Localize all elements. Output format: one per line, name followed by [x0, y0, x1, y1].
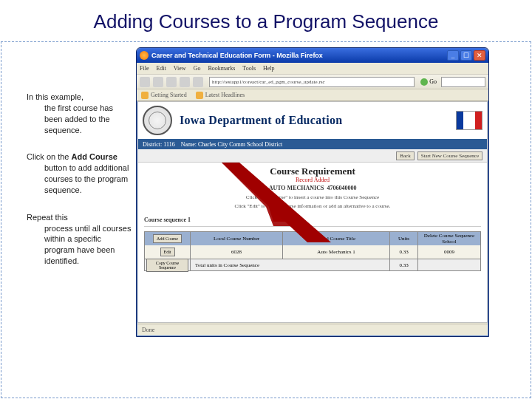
grid-cell-number: 6028: [191, 245, 283, 259]
back-icon[interactable]: [140, 77, 150, 87]
para2-bold: Add Course: [72, 152, 117, 161]
para2-lead: Click on the: [27, 152, 72, 161]
para2-rest: button to add additional courses to the …: [27, 163, 133, 196]
para1-rest: the first course has been added to the s…: [27, 103, 133, 136]
bookmark-latest-headlines[interactable]: Latest Headlines: [196, 92, 245, 99]
window-title: Career and Technical Education Form - Mo…: [151, 52, 447, 59]
menu-go[interactable]: Go: [194, 65, 201, 72]
section-title: Course Requirement: [144, 166, 481, 177]
home-icon[interactable]: [193, 77, 203, 87]
page-body: Course Requirement Record Added AUTO MEC…: [138, 163, 487, 274]
back-button[interactable]: Back: [396, 151, 414, 160]
sequence-label: Course sequence 1: [144, 216, 481, 223]
grid-data-row: Edit 6028 Auto Mechanics 1 0.33 0009: [145, 245, 480, 259]
firefox-window: Career and Technical Education Form - Mo…: [136, 47, 489, 337]
grid-footer-copy: Copy Course Sequence: [145, 259, 191, 270]
page-header: Iowa Department of Education: [138, 102, 487, 139]
instructions-column: In this example, the first course has be…: [27, 92, 133, 283]
url-bar[interactable]: http://testapp1/coreact/car_ed_pgm_cours…: [209, 77, 415, 87]
minimize-button[interactable]: _: [447, 50, 459, 61]
program-code: 4706040000: [327, 185, 356, 191]
grid-footer-total-label: Total units in Course Sequence: [191, 259, 390, 270]
window-titlebar: Career and Technical Education Form - Mo…: [137, 48, 488, 63]
reload-icon[interactable]: [166, 77, 177, 87]
iowa-seal-icon: [143, 106, 172, 135]
grid-header-delete: Delete Course Sequence School: [418, 232, 480, 245]
course-grid: Add Course Local Course Number Local Cou…: [144, 231, 481, 271]
firefox-icon: [140, 51, 149, 60]
bookmark-label-1: Getting Started: [151, 92, 187, 98]
grid-cell-title: Auto Mechanics 1: [283, 245, 390, 259]
department-title: Iowa Department of Education: [180, 114, 449, 127]
start-new-sequence-button[interactable]: Start New Course Sequence: [417, 151, 482, 160]
grid-header-number: Local Course Number: [191, 232, 283, 245]
grid-cell-school: 0009: [418, 245, 480, 259]
district-bar: District: 1116 Name: Charles City Comm S…: [138, 139, 487, 149]
menu-help[interactable]: Help: [263, 65, 275, 72]
instruction-line-1: Click "Add Course" to insert a course in…: [144, 194, 481, 200]
divider: [144, 226, 481, 227]
menu-bar: File Edit View Go Bookmarks Tools Help: [137, 63, 488, 75]
grid-header-title: Local Course Title: [283, 232, 390, 245]
district-id: District: 1116: [143, 141, 175, 148]
forward-icon[interactable]: [153, 77, 163, 87]
grid-header-addcourse: Add Course: [145, 232, 191, 245]
instruction-para-2: Click on the Add Course button to add ad…: [27, 151, 133, 195]
grid-footer-total-value: 0.33: [390, 259, 418, 270]
para2-line1: Click on the Add Course: [27, 151, 133, 163]
grid-footer-row: Copy Course Sequence Total units in Cour…: [145, 259, 480, 270]
instruction-para-3: Repeat this process until all courses wi…: [27, 212, 133, 267]
copy-sequence-button[interactable]: Copy Course Sequence: [146, 259, 188, 272]
go-label: Go: [429, 78, 437, 85]
menu-file[interactable]: File: [140, 65, 149, 72]
stop-icon[interactable]: [180, 77, 190, 87]
grid-header-units: Units: [390, 232, 418, 245]
action-subbar: Back Start New Course Sequence: [138, 149, 487, 163]
bookmark-icon: [141, 92, 149, 99]
go-icon[interactable]: [420, 78, 428, 86]
grid-header-row: Add Course Local Course Number Local Cou…: [145, 232, 480, 245]
bookmark-label-2: Latest Headlines: [205, 92, 245, 98]
record-added-message: Record Added: [144, 177, 481, 183]
program-name: AUTO MECHANICS: [269, 185, 324, 191]
edit-button[interactable]: Edit: [160, 248, 175, 256]
menu-tools[interactable]: Tools: [242, 65, 256, 72]
para3-rest: process until all courses within a speci…: [27, 223, 133, 267]
instruction-para-1: In this example, the first course has be…: [27, 92, 133, 135]
district-name: Name: Charles City Comm School District: [181, 141, 283, 148]
grid-cell-units: 0.33: [390, 245, 418, 259]
menu-view[interactable]: View: [174, 65, 186, 72]
bookmark-icon: [196, 92, 203, 99]
maximize-button[interactable]: ☐: [460, 50, 472, 61]
status-bar: Done: [137, 324, 488, 335]
bookmark-getting-started[interactable]: Getting Started: [141, 92, 187, 99]
add-course-button[interactable]: Add Course: [153, 234, 182, 243]
close-button[interactable]: ✕: [474, 50, 485, 61]
status-text: Done: [142, 327, 154, 333]
search-box[interactable]: [441, 77, 485, 87]
bookmarks-toolbar: Getting Started Latest Headlines: [137, 89, 488, 101]
grid-footer-blank: [418, 259, 480, 270]
para1-line1: In this example,: [27, 92, 133, 103]
menu-bookmarks[interactable]: Bookmarks: [208, 65, 235, 72]
program-line: AUTO MECHANICS 4706040000: [144, 185, 481, 191]
iowa-flag-icon: [456, 111, 482, 130]
page-content: Iowa Department of Education District: 1…: [137, 101, 488, 323]
menu-edit[interactable]: Edit: [156, 65, 166, 72]
window-buttons: _ ☐ ✕: [447, 50, 485, 61]
instruction-line-2: Click "Edit" to change course informatio…: [144, 203, 481, 209]
para3-line1: Repeat this: [27, 212, 133, 223]
grid-cell-edit: Edit: [145, 245, 191, 259]
slide-title: Adding Courses to a Program Sequence: [0, 0, 532, 38]
navigation-toolbar: http://testapp1/coreact/car_ed_pgm_cours…: [137, 75, 488, 89]
